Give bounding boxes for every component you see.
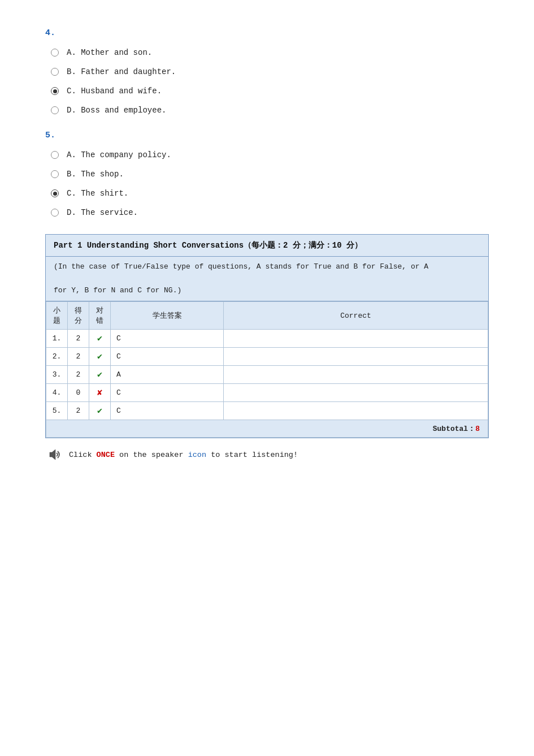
cell-score-1: 2 xyxy=(68,330,89,348)
table-header-row: 小 题 得 分 对 错 学生答案 Correct xyxy=(46,302,488,330)
th-num-line2: 题 xyxy=(52,316,62,326)
question-5-option-b[interactable]: B. The shop. xyxy=(51,170,489,179)
th-score: 得 分 xyxy=(68,302,89,330)
radio-4-d[interactable] xyxy=(51,106,59,114)
cell-correct-4 xyxy=(224,384,488,402)
cell-check-1: ✔ xyxy=(89,330,111,348)
page: 4. A. Mother and son. B. Father and daug… xyxy=(0,0,534,756)
th-check: 对 错 xyxy=(89,302,111,330)
option-5-c-text: C. The shirt. xyxy=(67,189,128,198)
subtotal-row: Subtotal：8 xyxy=(46,420,488,438)
cell-student-answer-5: C xyxy=(111,402,224,420)
question-5-number: 5. xyxy=(45,131,489,140)
cell-correct-1 xyxy=(224,330,488,348)
summary-title: Part 1 Understanding Short Conversations… xyxy=(46,235,488,257)
cell-correct-5 xyxy=(224,402,488,420)
once-text: ONCE xyxy=(97,451,115,459)
radio-4-b[interactable] xyxy=(51,68,59,76)
cell-num-4: 4. xyxy=(46,384,68,402)
th-score-line1: 得 xyxy=(73,305,83,316)
cell-check-4: ✘ xyxy=(89,384,111,402)
cell-score-4: 0 xyxy=(68,384,89,402)
cell-score-2: 2 xyxy=(68,348,89,366)
th-student-answer: 学生答案 xyxy=(111,302,224,330)
th-check-line2: 错 xyxy=(95,316,105,326)
summary-subtext: (In the case of True/False type of quest… xyxy=(46,257,488,301)
icon-text: icon xyxy=(188,451,206,459)
cell-student-answer-4: C xyxy=(111,384,224,402)
th-num-line1: 小 xyxy=(52,305,62,316)
cell-score-3: 2 xyxy=(68,366,89,384)
speaker-icon xyxy=(47,448,63,461)
question-4-option-d[interactable]: D. Boss and employee. xyxy=(51,106,489,115)
question-4-option-b[interactable]: B. Father and daughter. xyxy=(51,67,489,76)
question-5-option-c[interactable]: C. The shirt. xyxy=(51,189,489,198)
table-row: 1.2✔C xyxy=(46,330,488,348)
option-5-b-text: B. The shop. xyxy=(67,170,124,179)
cell-num-2: 2. xyxy=(46,348,68,366)
question-4-option-c[interactable]: C. Husband and wife. xyxy=(51,87,489,96)
check-icon: ✔ xyxy=(97,334,102,344)
question-4-number: 4. xyxy=(45,28,489,38)
option-4-a-text: A. Mother and son. xyxy=(67,48,152,57)
option-5-a-text: A. The company policy. xyxy=(67,150,171,159)
radio-5-a[interactable] xyxy=(51,151,59,159)
table-row: 4.0✘C xyxy=(46,384,488,402)
radio-4-c[interactable] xyxy=(51,87,59,95)
option-4-d-text: D. Boss and employee. xyxy=(67,106,166,115)
summary-subtext-line1: (In the case of True/False type of quest… xyxy=(54,262,428,271)
svg-marker-0 xyxy=(50,450,55,460)
radio-4-a[interactable] xyxy=(51,49,59,57)
summary-box: Part 1 Understanding Short Conversations… xyxy=(45,234,489,438)
footer-text-middle: on the speaker xyxy=(115,451,188,459)
cell-correct-3 xyxy=(224,366,488,384)
table-row: 5.2✔C xyxy=(46,402,488,420)
check-icon: ✔ xyxy=(97,407,102,416)
subtotal-cell: Subtotal：8 xyxy=(46,420,488,438)
check-icon: ✔ xyxy=(97,370,102,380)
cell-student-answer-1: C xyxy=(111,330,224,348)
question-4-option-a[interactable]: A. Mother and son. xyxy=(51,48,489,57)
th-check-line1: 对 xyxy=(95,305,105,316)
footer-text: Click ONCE on the speaker icon to start … xyxy=(69,451,298,459)
cell-student-answer-3: A xyxy=(111,366,224,384)
option-4-c-text: C. Husband and wife. xyxy=(67,87,162,96)
footer-row: Click ONCE on the speaker icon to start … xyxy=(45,448,489,461)
check-icon: ✔ xyxy=(97,352,102,362)
th-num: 小 题 xyxy=(46,302,68,330)
table-row: 3.2✔A xyxy=(46,366,488,384)
cell-correct-2 xyxy=(224,348,488,366)
cell-check-3: ✔ xyxy=(89,366,111,384)
question-5-option-d[interactable]: D. The service. xyxy=(51,208,489,217)
footer-text-before: Click xyxy=(69,451,97,459)
th-correct: Correct xyxy=(224,302,488,330)
option-5-d-text: D. The service. xyxy=(67,208,138,217)
question-5: 5. A. The company policy. B. The shop. C… xyxy=(45,131,489,217)
summary-table: 小 题 得 分 对 错 学生答案 Correct 1.2✔C2.2✔C3 xyxy=(46,301,488,438)
cell-num-1: 1. xyxy=(46,330,68,348)
cell-check-2: ✔ xyxy=(89,348,111,366)
radio-5-d[interactable] xyxy=(51,209,59,217)
footer-text-after: to start listening! xyxy=(206,451,298,459)
question-5-option-a[interactable]: A. The company policy. xyxy=(51,150,489,159)
cell-num-3: 3. xyxy=(46,366,68,384)
option-4-b-text: B. Father and daughter. xyxy=(67,67,176,76)
subtotal-label: Subtotal： xyxy=(433,425,475,433)
th-score-line2: 分 xyxy=(73,316,83,326)
summary-subtext-line2: for Y, B for N and C for NG.) xyxy=(54,286,181,295)
table-row: 2.2✔C xyxy=(46,348,488,366)
cell-check-5: ✔ xyxy=(89,402,111,420)
question-4: 4. A. Mother and son. B. Father and daug… xyxy=(45,28,489,115)
cell-student-answer-2: C xyxy=(111,348,224,366)
cell-num-5: 5. xyxy=(46,402,68,420)
radio-5-c[interactable] xyxy=(51,189,59,197)
cell-score-5: 2 xyxy=(68,402,89,420)
cross-icon: ✘ xyxy=(97,388,102,398)
subtotal-value: 8 xyxy=(475,425,480,433)
radio-5-b[interactable] xyxy=(51,170,59,178)
